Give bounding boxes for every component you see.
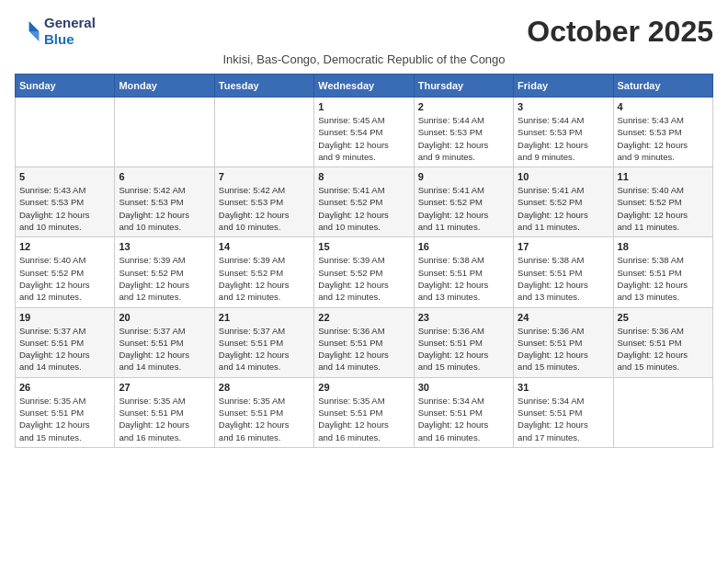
day-number: 30 bbox=[418, 382, 509, 393]
day-info: Sunrise: 5:39 AM Sunset: 5:52 PM Dayligh… bbox=[318, 254, 409, 303]
day-number: 6 bbox=[119, 171, 210, 182]
day-number: 16 bbox=[418, 241, 509, 252]
day-cell: 23Sunrise: 5:36 AM Sunset: 5:51 PM Dayli… bbox=[414, 307, 513, 377]
month-year: October 2025 bbox=[527, 15, 713, 49]
day-info: Sunrise: 5:44 AM Sunset: 5:53 PM Dayligh… bbox=[418, 114, 509, 163]
day-cell: 20Sunrise: 5:37 AM Sunset: 5:51 PM Dayli… bbox=[115, 307, 214, 377]
day-cell bbox=[115, 98, 214, 167]
day-cell: 24Sunrise: 5:36 AM Sunset: 5:51 PM Dayli… bbox=[514, 307, 613, 377]
day-cell: 17Sunrise: 5:38 AM Sunset: 5:51 PM Dayli… bbox=[514, 237, 613, 307]
col-header-monday: Monday bbox=[115, 75, 214, 98]
day-number: 12 bbox=[19, 241, 110, 252]
day-info: Sunrise: 5:37 AM Sunset: 5:51 PM Dayligh… bbox=[19, 325, 110, 373]
day-cell: 16Sunrise: 5:38 AM Sunset: 5:51 PM Dayli… bbox=[414, 237, 513, 307]
day-cell: 18Sunrise: 5:38 AM Sunset: 5:51 PM Dayli… bbox=[613, 237, 712, 307]
day-info: Sunrise: 5:35 AM Sunset: 5:51 PM Dayligh… bbox=[19, 395, 110, 443]
header: General Blue October 2025 bbox=[15, 15, 713, 49]
day-number: 10 bbox=[518, 171, 609, 182]
col-header-friday: Friday bbox=[514, 75, 613, 98]
day-info: Sunrise: 5:36 AM Sunset: 5:51 PM Dayligh… bbox=[318, 325, 409, 373]
col-header-wednesday: Wednesday bbox=[314, 75, 414, 98]
day-cell: 1Sunrise: 5:45 AM Sunset: 5:54 PM Daylig… bbox=[314, 98, 414, 167]
day-number: 4 bbox=[618, 101, 709, 112]
day-number: 22 bbox=[318, 312, 409, 323]
day-info: Sunrise: 5:38 AM Sunset: 5:51 PM Dayligh… bbox=[518, 254, 609, 303]
calendar-table: SundayMondayTuesdayWednesdayThursdayFrid… bbox=[15, 74, 713, 448]
day-info: Sunrise: 5:35 AM Sunset: 5:51 PM Dayligh… bbox=[219, 395, 310, 443]
day-info: Sunrise: 5:36 AM Sunset: 5:51 PM Dayligh… bbox=[518, 325, 609, 373]
day-info: Sunrise: 5:37 AM Sunset: 5:51 PM Dayligh… bbox=[119, 325, 210, 373]
day-info: Sunrise: 5:38 AM Sunset: 5:51 PM Dayligh… bbox=[418, 254, 509, 303]
day-cell: 5Sunrise: 5:43 AM Sunset: 5:53 PM Daylig… bbox=[16, 167, 115, 237]
day-number: 3 bbox=[518, 101, 609, 112]
day-number: 14 bbox=[219, 241, 310, 252]
day-cell: 10Sunrise: 5:41 AM Sunset: 5:52 PM Dayli… bbox=[514, 167, 613, 237]
day-cell: 19Sunrise: 5:37 AM Sunset: 5:51 PM Dayli… bbox=[16, 307, 115, 377]
day-number: 9 bbox=[418, 171, 509, 182]
week-row-4: 19Sunrise: 5:37 AM Sunset: 5:51 PM Dayli… bbox=[16, 307, 713, 377]
day-cell: 27Sunrise: 5:35 AM Sunset: 5:51 PM Dayli… bbox=[115, 377, 214, 447]
day-cell: 3Sunrise: 5:44 AM Sunset: 5:53 PM Daylig… bbox=[514, 98, 613, 167]
day-cell bbox=[613, 377, 712, 447]
svg-marker-0 bbox=[29, 21, 40, 31]
header-row: SundayMondayTuesdayWednesdayThursdayFrid… bbox=[16, 75, 713, 98]
day-info: Sunrise: 5:34 AM Sunset: 5:51 PM Dayligh… bbox=[518, 395, 609, 443]
day-info: Sunrise: 5:44 AM Sunset: 5:53 PM Dayligh… bbox=[518, 114, 609, 163]
day-info: Sunrise: 5:41 AM Sunset: 5:52 PM Dayligh… bbox=[418, 184, 509, 233]
day-cell: 15Sunrise: 5:39 AM Sunset: 5:52 PM Dayli… bbox=[314, 237, 414, 307]
day-info: Sunrise: 5:35 AM Sunset: 5:51 PM Dayligh… bbox=[318, 395, 409, 443]
subtitle: Inkisi, Bas-Congo, Democratic Republic o… bbox=[15, 52, 713, 66]
day-info: Sunrise: 5:42 AM Sunset: 5:53 PM Dayligh… bbox=[219, 184, 310, 233]
day-number: 19 bbox=[19, 312, 110, 323]
day-number: 27 bbox=[119, 382, 210, 393]
calendar-body: 1Sunrise: 5:45 AM Sunset: 5:54 PM Daylig… bbox=[16, 98, 713, 448]
day-number: 11 bbox=[618, 171, 709, 182]
day-info: Sunrise: 5:35 AM Sunset: 5:51 PM Dayligh… bbox=[119, 395, 210, 443]
day-info: Sunrise: 5:39 AM Sunset: 5:52 PM Dayligh… bbox=[219, 254, 310, 303]
day-info: Sunrise: 5:37 AM Sunset: 5:51 PM Dayligh… bbox=[219, 325, 310, 373]
day-info: Sunrise: 5:41 AM Sunset: 5:52 PM Dayligh… bbox=[518, 184, 609, 233]
day-number: 26 bbox=[19, 382, 110, 393]
day-number: 25 bbox=[618, 312, 709, 323]
logo-text: General Blue bbox=[44, 15, 96, 48]
day-number: 13 bbox=[119, 241, 210, 252]
day-cell: 4Sunrise: 5:43 AM Sunset: 5:53 PM Daylig… bbox=[613, 98, 712, 167]
day-info: Sunrise: 5:45 AM Sunset: 5:54 PM Dayligh… bbox=[318, 114, 409, 163]
logo-icon bbox=[15, 18, 40, 44]
day-number: 23 bbox=[418, 312, 509, 323]
logo-line1: General bbox=[44, 15, 96, 31]
day-info: Sunrise: 5:34 AM Sunset: 5:51 PM Dayligh… bbox=[418, 395, 509, 443]
day-number: 15 bbox=[318, 241, 409, 252]
day-cell: 25Sunrise: 5:36 AM Sunset: 5:51 PM Dayli… bbox=[613, 307, 712, 377]
title-block: October 2025 bbox=[527, 15, 713, 49]
day-number: 8 bbox=[318, 171, 409, 182]
day-cell bbox=[214, 98, 313, 167]
logo: General Blue bbox=[15, 15, 96, 48]
day-cell: 9Sunrise: 5:41 AM Sunset: 5:52 PM Daylig… bbox=[414, 167, 513, 237]
day-cell: 31Sunrise: 5:34 AM Sunset: 5:51 PM Dayli… bbox=[514, 377, 613, 447]
week-row-1: 1Sunrise: 5:45 AM Sunset: 5:54 PM Daylig… bbox=[16, 98, 713, 167]
day-info: Sunrise: 5:36 AM Sunset: 5:51 PM Dayligh… bbox=[418, 325, 509, 373]
svg-marker-1 bbox=[29, 31, 40, 41]
day-number: 5 bbox=[19, 171, 110, 182]
day-number: 20 bbox=[119, 312, 210, 323]
day-cell: 11Sunrise: 5:40 AM Sunset: 5:52 PM Dayli… bbox=[613, 167, 712, 237]
day-info: Sunrise: 5:41 AM Sunset: 5:52 PM Dayligh… bbox=[318, 184, 409, 233]
day-info: Sunrise: 5:43 AM Sunset: 5:53 PM Dayligh… bbox=[618, 114, 709, 163]
day-number: 24 bbox=[518, 312, 609, 323]
day-cell: 29Sunrise: 5:35 AM Sunset: 5:51 PM Dayli… bbox=[314, 377, 414, 447]
col-header-tuesday: Tuesday bbox=[214, 75, 313, 98]
day-number: 28 bbox=[219, 382, 310, 393]
day-cell: 12Sunrise: 5:40 AM Sunset: 5:52 PM Dayli… bbox=[16, 237, 115, 307]
day-number: 17 bbox=[518, 241, 609, 252]
day-number: 1 bbox=[318, 101, 409, 112]
week-row-2: 5Sunrise: 5:43 AM Sunset: 5:53 PM Daylig… bbox=[16, 167, 713, 237]
day-cell: 26Sunrise: 5:35 AM Sunset: 5:51 PM Dayli… bbox=[16, 377, 115, 447]
day-number: 29 bbox=[318, 382, 409, 393]
day-cell: 13Sunrise: 5:39 AM Sunset: 5:52 PM Dayli… bbox=[115, 237, 214, 307]
col-header-sunday: Sunday bbox=[16, 75, 115, 98]
day-cell: 22Sunrise: 5:36 AM Sunset: 5:51 PM Dayli… bbox=[314, 307, 414, 377]
day-cell: 14Sunrise: 5:39 AM Sunset: 5:52 PM Dayli… bbox=[214, 237, 313, 307]
day-info: Sunrise: 5:40 AM Sunset: 5:52 PM Dayligh… bbox=[618, 184, 709, 233]
day-info: Sunrise: 5:42 AM Sunset: 5:53 PM Dayligh… bbox=[119, 184, 210, 233]
